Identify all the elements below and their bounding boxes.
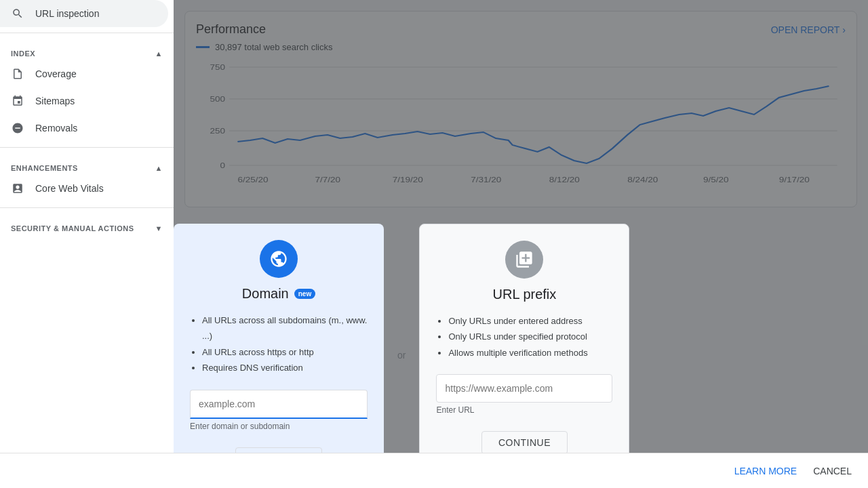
search-icon-2 — [11, 7, 24, 20]
domain-input-hint: Enter domain or subdomain — [190, 422, 368, 431]
url-prefix-icon — [505, 241, 543, 279]
vitals-icon — [11, 182, 24, 195]
overlay-sidebar-item-removals[interactable]: Removals — [0, 115, 168, 142]
domain-input[interactable] — [199, 396, 359, 412]
domain-feature-3: Requires DNS verification — [202, 360, 368, 375]
url-prefix-input-hint: Enter URL — [436, 405, 612, 415]
coverage-icon-2 — [11, 67, 24, 81]
overlay-chevron-down-icon: ▼ — [155, 224, 163, 232]
sitemap-icon-2 — [11, 94, 24, 108]
overlay-core-web-vitals-label: Core Web Vitals — [35, 183, 104, 194]
overlay-chevron-up-icon-2: ▲ — [155, 164, 163, 172]
overlay-sitemaps-label: Sitemaps — [35, 96, 75, 106]
domain-card: Domain new All URLs across all subdomain… — [174, 224, 384, 487]
or-divider: or — [384, 350, 419, 361]
url-prefix-feature-2: Only URLs under specified protocol — [448, 329, 612, 344]
url-prefix-features: Only URLs under entered address Only URL… — [436, 313, 612, 361]
url-prefix-input[interactable] — [445, 380, 604, 396]
url-prefix-title: URL prefix — [493, 287, 557, 302]
overlay-sidebar-item-coverage[interactable]: Coverage — [0, 60, 168, 87]
overlay-coverage-label: Coverage — [35, 68, 77, 79]
overlay-url-inspection-label: URL inspection — [35, 8, 99, 19]
domain-feature-2: All URLs across https or http — [202, 344, 368, 360]
overlay-enhancements-section: Enhancements ▲ — [0, 153, 174, 175]
new-badge: new — [294, 289, 315, 299]
domain-icon — [260, 240, 298, 278]
overlay-security-section: Security & Manual Actions ▼ — [0, 214, 174, 235]
overlay-sidebar: URL inspection Index ▲ Coverage Sitemaps… — [0, 0, 174, 488]
overlay-sidebar-item-url-inspection[interactable]: URL inspection — [0, 0, 168, 27]
url-prefix-input-group — [436, 374, 612, 403]
domain-feature-1: All URLs across all subdomains (m., www.… — [202, 312, 368, 344]
overlay-sidebar-item-core-web-vitals[interactable]: Core Web Vitals — [0, 175, 168, 202]
overlay-removals-label: Removals — [35, 123, 77, 134]
overlay-index-section: Index ▲ — [0, 39, 174, 60]
block-icon-2 — [11, 121, 24, 135]
url-prefix-feature-3: Allows multiple verification methods — [448, 345, 612, 361]
url-prefix-card: URL prefix Only URLs under entered addre… — [419, 224, 629, 471]
overlay-sidebar-item-sitemaps[interactable]: Sitemaps — [0, 87, 168, 115]
url-prefix-continue-button[interactable]: CONTINUE — [481, 431, 568, 454]
bottom-bar: LEARN MORE CANCEL — [0, 453, 868, 488]
overlay-chevron-up-icon: ▲ — [155, 49, 163, 58]
domain-input-group — [190, 390, 368, 419]
property-type-cards: Domain new All URLs across all subdomain… — [174, 224, 689, 487]
domain-features: All URLs across all subdomains (m., www.… — [190, 312, 368, 376]
learn-more-link[interactable]: LEARN MORE — [734, 466, 797, 476]
url-prefix-feature-1: Only URLs under entered address — [448, 313, 612, 329]
cancel-button[interactable]: CANCEL — [813, 466, 852, 476]
domain-title: Domain new — [242, 286, 315, 302]
